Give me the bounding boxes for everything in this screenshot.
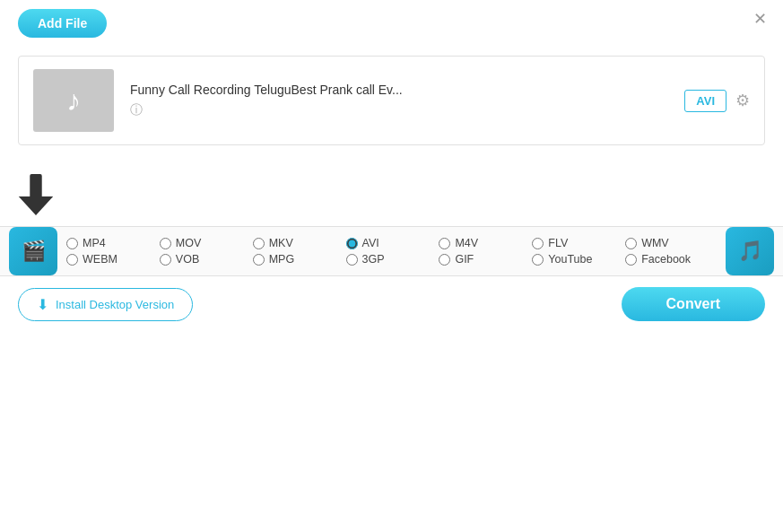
install-desktop-button[interactable]: ⬇ Install Desktop Version — [18, 288, 193, 321]
format-label-mp4: MP4 — [83, 237, 106, 249]
add-file-button[interactable]: Add File — [18, 9, 107, 38]
format-option-avi[interactable]: AVI — [346, 237, 438, 249]
file-actions: AVI ⚙ — [684, 90, 750, 112]
format-label-mpg: MPG — [269, 253, 294, 266]
video-icon: 🎬 — [22, 240, 46, 263]
radio-vob[interactable] — [160, 254, 171, 266]
radio-3gp[interactable] — [346, 254, 358, 266]
file-name: Funny Call Recording TeluguBest Prank ca… — [130, 83, 684, 97]
radio-avi[interactable] — [346, 238, 358, 249]
format-label-wmv: WMV — [641, 237, 669, 249]
radio-mpg[interactable] — [253, 254, 265, 266]
convert-button[interactable]: Convert — [622, 287, 765, 321]
format-option-webm[interactable]: WEBM — [66, 253, 158, 266]
format-label-vob: VOB — [176, 253, 199, 266]
radio-wmv[interactable] — [625, 238, 637, 249]
format-option-flv[interactable]: FLV — [532, 237, 623, 249]
radio-youtube[interactable] — [532, 254, 544, 266]
format-option-mp4[interactable]: MP4 — [66, 237, 158, 249]
radio-mkv[interactable] — [253, 238, 265, 249]
format-option-youtube[interactable]: YouTube — [532, 253, 623, 266]
file-item: ♪ Funny Call Recording TeluguBest Prank … — [19, 57, 764, 144]
download-icon: ⬇ — [37, 296, 48, 313]
format-option-mpg[interactable]: MPG — [253, 253, 344, 266]
radio-mp4[interactable] — [66, 238, 78, 249]
format-label-gif: GIF — [455, 253, 474, 266]
radio-m4v[interactable] — [439, 238, 450, 249]
settings-icon[interactable]: ⚙ — [735, 91, 750, 110]
svg-rect-0 — [30, 174, 41, 198]
radio-gif[interactable] — [439, 254, 450, 266]
format-label-youtube: YouTube — [548, 253, 592, 266]
file-list: ♪ Funny Call Recording TeluguBest Prank … — [18, 56, 765, 145]
down-arrow-icon — [18, 174, 54, 217]
format-option-gif[interactable]: GIF — [439, 253, 530, 266]
footer: ⬇ Install Desktop Version Convert — [0, 275, 783, 332]
audio-format-icon-box[interactable]: 🎵 — [726, 227, 774, 275]
format-option-3gp[interactable]: 3GP — [346, 253, 438, 266]
format-option-wmv[interactable]: WMV — [625, 237, 717, 249]
close-button[interactable]: ✕ — [753, 11, 767, 27]
file-info: Funny Call Recording TeluguBest Prank ca… — [130, 83, 684, 118]
music-icon: ♪ — [66, 84, 81, 118]
file-thumbnail: ♪ — [33, 69, 114, 132]
format-label-3gp: 3GP — [362, 253, 385, 266]
info-icon[interactable]: ⓘ — [130, 102, 143, 117]
video-format-icon-box[interactable]: 🎬 — [9, 227, 57, 275]
format-label-avi: AVI — [362, 237, 379, 249]
radio-grid: MP4MOVMKVAVIM4VFLVWMVWEBMVOBMPG3GPGIFYou… — [66, 230, 717, 273]
format-badge[interactable]: AVI — [684, 90, 726, 112]
radio-webm[interactable] — [66, 254, 78, 266]
radio-facebook[interactable] — [625, 254, 637, 266]
format-label-mov: MOV — [176, 237, 201, 249]
radio-flv[interactable] — [532, 238, 544, 249]
format-label-m4v: M4V — [455, 237, 478, 249]
top-bar: Add File — [0, 0, 783, 47]
format-label-flv: FLV — [548, 237, 568, 249]
format-option-vob[interactable]: VOB — [160, 253, 251, 266]
format-option-mov[interactable]: MOV — [160, 237, 251, 249]
radio-mov[interactable] — [160, 238, 171, 249]
format-label-mkv: MKV — [269, 237, 293, 249]
format-label-facebook: Facebook — [641, 253, 691, 266]
audio-icon: 🎵 — [738, 240, 762, 263]
format-selector: 🎬 MP4MOVMKVAVIM4VFLVWMVWEBMVOBMPG3GPGIFY… — [0, 226, 783, 275]
format-option-mkv[interactable]: MKV — [253, 237, 344, 249]
svg-marker-1 — [19, 196, 53, 215]
install-label: Install Desktop Version — [56, 298, 174, 311]
format-option-m4v[interactable]: M4V — [439, 237, 530, 249]
format-label-webm: WEBM — [83, 253, 117, 266]
format-option-facebook[interactable]: Facebook — [625, 253, 717, 266]
down-arrow-area — [0, 154, 783, 226]
